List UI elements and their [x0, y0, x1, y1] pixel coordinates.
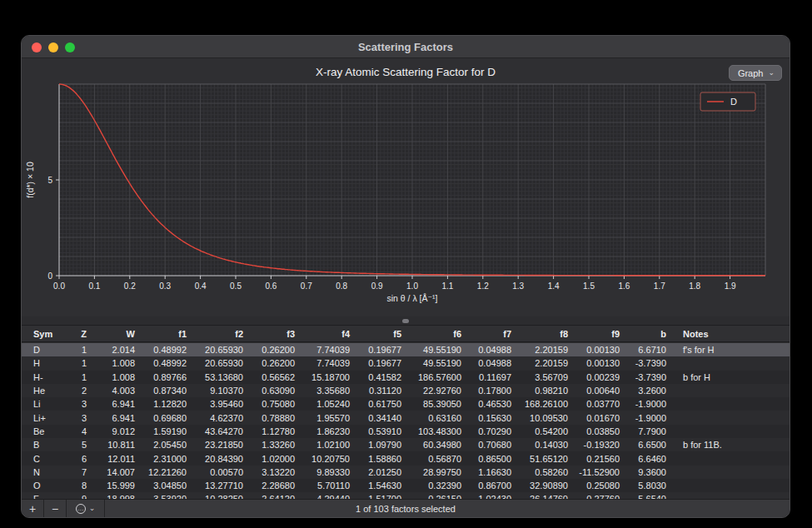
cell-f3: 1.02000 — [252, 454, 303, 464]
table-row-F[interactable]: F918.9983.5392010.282502.641204.294401.5… — [22, 492, 790, 499]
table-row-Li[interactable]: Li36.9411.128203.954600.750801.052400.61… — [22, 397, 790, 411]
cell-f6: 49.55190 — [410, 345, 470, 355]
svg-text:0.4: 0.4 — [195, 281, 207, 291]
column-header-f9[interactable]: f9 — [576, 329, 628, 339]
table-row-H-[interactable]: H-11.0080.8976653.136800.5656215.187000.… — [22, 371, 790, 384]
splitter-handle[interactable] — [402, 319, 409, 323]
svg-text:0.1: 0.1 — [88, 281, 100, 291]
cell-f1: 0.69680 — [143, 413, 195, 423]
cell-f6: 186.57600 — [410, 372, 470, 382]
cell-f4: 1.05240 — [303, 399, 358, 409]
cell-f3: 0.63090 — [252, 386, 303, 396]
cell-f6: 28.99750 — [410, 467, 470, 477]
cell-b: -1.9000 — [628, 399, 675, 409]
cell-f1: 3.04850 — [143, 481, 195, 491]
cell-f5: 0.19677 — [358, 358, 410, 368]
cell-b: 7.7900 — [628, 426, 675, 436]
cell-f4: 3.35680 — [303, 386, 358, 396]
cell-f6: 103.48300 — [410, 426, 470, 436]
cell-f8: 10.09530 — [520, 413, 576, 423]
svg-text:f(d*) × 10: f(d*) × 10 — [25, 162, 35, 198]
column-header-notes[interactable]: Notes — [675, 329, 790, 339]
column-header-z[interactable]: Z — [63, 329, 95, 339]
svg-text:0.0: 0.0 — [53, 281, 65, 291]
cell-f3: 2.28680 — [252, 481, 303, 491]
table-row-Be[interactable]: Be49.0121.5919043.642701.127801.862300.5… — [22, 425, 790, 438]
cell-f2: 53.13680 — [195, 372, 252, 382]
cell-f6: 0.63160 — [410, 413, 470, 423]
column-header-f5[interactable]: f5 — [358, 329, 410, 339]
cell-f5: 0.41582 — [358, 372, 410, 382]
cell-f5: 0.61750 — [358, 399, 410, 409]
cell-f2: 13.27710 — [195, 481, 252, 491]
cell-b: 3.2600 — [628, 386, 675, 396]
cell-f7: 1.16630 — [470, 467, 520, 477]
cell-f3: 1.12780 — [252, 426, 303, 436]
cell-z: 3 — [63, 413, 95, 423]
column-header-f7[interactable]: f7 — [470, 329, 520, 339]
window-title: Scattering Factors — [358, 41, 453, 53]
table-row-He[interactable]: He24.0030.873409.103700.630903.356800.31… — [22, 384, 790, 397]
column-header-f8[interactable]: f8 — [520, 329, 576, 339]
cell-f6: 0.56870 — [410, 454, 470, 464]
pane-splitter[interactable] — [22, 316, 790, 325]
cell-f9: 0.21560 — [576, 454, 628, 464]
column-header-sym[interactable]: Sym — [22, 329, 63, 339]
column-header-b[interactable]: b — [628, 329, 675, 339]
cell-z: 4 — [63, 426, 95, 436]
close-button[interactable] — [32, 42, 42, 52]
svg-text:0: 0 — [47, 271, 52, 281]
cell-f8: 2.20159 — [520, 345, 576, 355]
cell-f8: 51.65120 — [520, 454, 576, 464]
cell-w: 2.014 — [95, 345, 143, 355]
column-header-f1[interactable]: f1 — [143, 329, 195, 339]
svg-text:sin θ / λ [Å⁻¹]: sin θ / λ [Å⁻¹] — [387, 293, 438, 303]
svg-text:0.7: 0.7 — [301, 281, 312, 291]
cell-f3: 1.33260 — [252, 440, 303, 450]
cell-f4: 7.74039 — [303, 358, 358, 368]
cell-f6: 60.34980 — [410, 440, 470, 450]
cell-f8: 168.26100 — [520, 399, 576, 409]
cell-f2: 20.65930 — [195, 345, 252, 355]
cell-f5: 0.34140 — [358, 413, 410, 423]
table-row-H[interactable]: H11.0080.4899220.659300.262007.740390.19… — [22, 356, 790, 370]
cell-f4: 9.89330 — [303, 467, 358, 477]
cell-sym: He — [22, 386, 63, 396]
table-row-C[interactable]: C612.0112.3100020.843901.0200010.207501.… — [22, 451, 790, 465]
table-row-D[interactable]: D12.0140.4899220.659300.262007.740390.19… — [22, 343, 790, 356]
cell-f8: 2.20159 — [520, 358, 576, 368]
table-row-B[interactable]: B510.8112.0545023.218501.332601.021001.0… — [22, 438, 790, 451]
zoom-button[interactable] — [65, 42, 75, 52]
cell-f8: 0.14030 — [520, 440, 576, 450]
remove-factor-button[interactable]: − — [44, 500, 67, 517]
svg-text:0.3: 0.3 — [159, 281, 171, 291]
chevron-down-icon: ⌄ — [89, 504, 96, 512]
cell-notes: f's for H — [675, 345, 790, 355]
cell-sym: D — [22, 345, 63, 355]
selection-status: 1 of 103 factors selected — [22, 500, 790, 517]
column-header-f3[interactable]: f3 — [252, 329, 303, 339]
actions-menu-button[interactable]: … ⌄ — [67, 500, 105, 517]
title-bar[interactable]: Scattering Factors — [22, 36, 790, 58]
factor-table[interactable]: D12.0140.4899220.659300.262007.740390.19… — [22, 343, 790, 499]
column-header-f2[interactable]: f2 — [195, 329, 252, 339]
table-row-N[interactable]: N714.00712.212600.005703.132209.893302.0… — [22, 466, 790, 479]
cell-b: 6.6500 — [628, 440, 675, 450]
minimize-button[interactable] — [48, 42, 58, 52]
cell-f1: 0.48992 — [143, 345, 195, 355]
add-factor-button[interactable]: + — [22, 500, 44, 517]
traffic-lights — [32, 36, 75, 58]
cell-f8: 0.58260 — [520, 467, 576, 477]
svg-text:1.6: 1.6 — [618, 281, 630, 291]
scattering-chart: 0.00.10.20.30.40.50.60.70.80.91.01.11.21… — [22, 58, 790, 316]
column-header-f4[interactable]: f4 — [303, 329, 358, 339]
column-header-f6[interactable]: f6 — [410, 329, 470, 339]
column-header-w[interactable]: W — [95, 329, 143, 339]
cell-f9: -0.19320 — [576, 440, 628, 450]
cell-w: 6.941 — [95, 399, 143, 409]
cell-sym: Li+ — [22, 413, 63, 423]
cell-z: 6 — [63, 454, 95, 464]
table-row-Li+[interactable]: Li+36.9410.696804.623700.788801.955700.3… — [22, 411, 790, 424]
table-row-O[interactable]: O815.9993.0485013.277102.286805.701101.5… — [22, 479, 790, 492]
cell-f4: 1.86230 — [303, 426, 358, 436]
